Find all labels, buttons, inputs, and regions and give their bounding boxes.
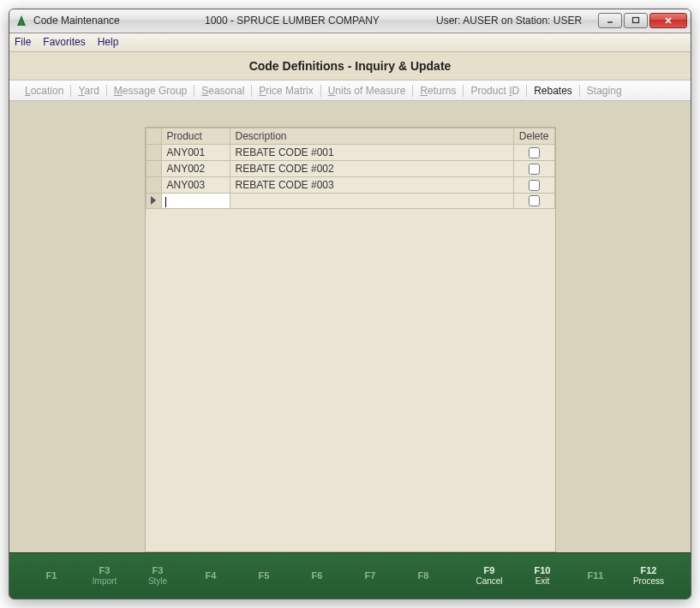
cell-delete[interactable] bbox=[513, 177, 554, 194]
table-row[interactable]: ANY003 REBATE CODE #003 bbox=[146, 177, 554, 194]
tab-rebates[interactable]: Rebates bbox=[527, 85, 580, 97]
grid-empty-area bbox=[146, 209, 555, 551]
delete-checkbox[interactable] bbox=[529, 164, 540, 175]
cell-product-input[interactable] bbox=[161, 194, 230, 209]
tab-seasonal[interactable]: Seasonal bbox=[194, 85, 252, 97]
delete-checkbox[interactable] bbox=[529, 180, 540, 191]
col-header-delete[interactable]: Delete bbox=[513, 128, 554, 145]
current-row-marker-icon bbox=[151, 196, 156, 205]
svg-rect-3 bbox=[633, 18, 639, 23]
table-row[interactable]: ANY002 REBATE CODE #002 bbox=[146, 161, 554, 177]
user-station: User: AUSER on Station: USER bbox=[436, 15, 582, 27]
menu-file[interactable]: File bbox=[15, 36, 31, 48]
cell-delete[interactable] bbox=[513, 145, 554, 161]
cell-product[interactable]: ANY003 bbox=[161, 177, 230, 194]
app-icon bbox=[15, 14, 28, 27]
row-selector[interactable] bbox=[146, 145, 161, 161]
menubar: File Favorites Help bbox=[9, 33, 691, 52]
table-row-new[interactable] bbox=[146, 194, 554, 209]
fkey-f5: F5 bbox=[237, 570, 290, 582]
content-area: Product Description Delete ANY001 REBATE… bbox=[9, 101, 691, 552]
app-window: Code Maintenance 1000 - SPRUCE LUMBER CO… bbox=[9, 9, 691, 599]
grid-corner bbox=[146, 128, 161, 145]
tab-message-group[interactable]: Message Group bbox=[107, 85, 194, 97]
row-selector-current[interactable] bbox=[146, 194, 161, 209]
col-header-description[interactable]: Description bbox=[230, 128, 513, 145]
fkey-f11: F11 bbox=[569, 570, 622, 582]
fkey-f9-cancel[interactable]: F9 Cancel bbox=[463, 565, 516, 587]
row-selector[interactable] bbox=[146, 177, 161, 194]
tabstrip: Location Yard Message Group Seasonal Pri… bbox=[9, 80, 691, 101]
rebate-grid: Product Description Delete ANY001 REBATE… bbox=[145, 127, 556, 552]
fkey-f3-import: F3 Import bbox=[78, 565, 131, 587]
tab-product-id[interactable]: Product ID bbox=[464, 85, 527, 97]
cell-description[interactable] bbox=[230, 194, 513, 209]
function-key-bar: F1 F3 Import F3 Style F4 F5 F6 F7 F8 bbox=[9, 552, 691, 599]
cell-description[interactable]: REBATE CODE #001 bbox=[230, 145, 513, 161]
tab-location[interactable]: Location bbox=[18, 85, 71, 97]
window-controls bbox=[598, 13, 687, 28]
cell-product[interactable]: ANY002 bbox=[161, 161, 230, 177]
titlebar: Code Maintenance 1000 - SPRUCE LUMBER CO… bbox=[9, 9, 691, 33]
menu-help[interactable]: Help bbox=[98, 36, 119, 48]
delete-checkbox[interactable] bbox=[529, 147, 540, 158]
fkey-f6: F6 bbox=[290, 570, 344, 582]
fkey-f3-style: F3 Style bbox=[131, 565, 184, 587]
row-selector[interactable] bbox=[146, 161, 161, 177]
tab-price-matrix[interactable]: Price Matrix bbox=[252, 85, 320, 97]
tab-staging[interactable]: Staging bbox=[580, 85, 629, 97]
cell-delete[interactable] bbox=[513, 161, 554, 177]
fkey-f8: F8 bbox=[397, 570, 450, 582]
fkey-f10-exit[interactable]: F10 Exit bbox=[516, 565, 569, 587]
menu-favorites[interactable]: Favorites bbox=[43, 36, 85, 48]
cell-delete[interactable] bbox=[513, 194, 554, 209]
delete-checkbox[interactable] bbox=[529, 195, 540, 206]
fkey-f1: F1 bbox=[25, 570, 78, 582]
minimize-button[interactable] bbox=[598, 13, 622, 28]
fkey-f4: F4 bbox=[184, 570, 237, 582]
page-title: Code Definitions - Inquiry & Update bbox=[9, 52, 691, 81]
col-header-product[interactable]: Product bbox=[161, 128, 230, 145]
tab-returns[interactable]: Returns bbox=[413, 85, 464, 97]
cell-product[interactable]: ANY001 bbox=[161, 145, 230, 161]
tab-yard[interactable]: Yard bbox=[71, 85, 106, 97]
fkey-f7: F7 bbox=[344, 570, 397, 582]
close-button[interactable] bbox=[649, 13, 687, 28]
cell-description[interactable]: REBATE CODE #002 bbox=[230, 161, 513, 177]
fkey-f12-process[interactable]: F12 Process bbox=[622, 565, 675, 587]
company-title: 1000 - SPRUCE LUMBER COMPANY bbox=[205, 15, 436, 27]
table-row[interactable]: ANY001 REBATE CODE #001 bbox=[146, 145, 554, 161]
tab-units-of-measure[interactable]: Units of Measure bbox=[321, 85, 414, 97]
text-cursor-icon bbox=[165, 197, 166, 207]
cell-description[interactable]: REBATE CODE #003 bbox=[230, 177, 513, 194]
app-title: Code Maintenance bbox=[33, 15, 205, 27]
maximize-button[interactable] bbox=[624, 13, 648, 28]
